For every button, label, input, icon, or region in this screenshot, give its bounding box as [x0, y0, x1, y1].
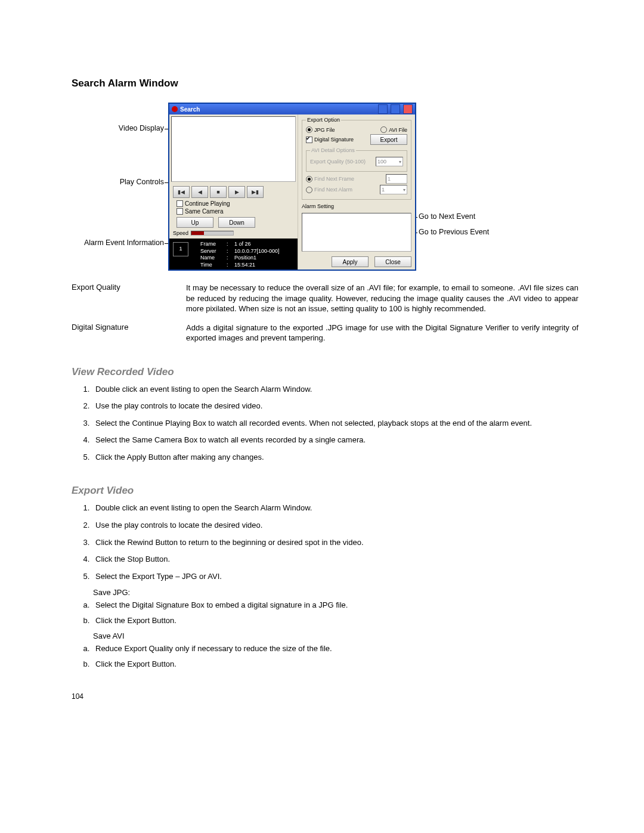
callout-video-display: Video Display [72, 124, 164, 132]
list-item: Reduce Export Quality only if necessary … [92, 644, 578, 653]
find-next-alarm-dropdown[interactable]: 1 [380, 185, 407, 194]
time-value: 15:54:21 [234, 262, 255, 269]
export-quality-desc: It may be necessary to reduce the overal… [186, 283, 578, 314]
jpg-file-radio[interactable]: JPG File [306, 126, 335, 133]
view-recorded-video-heading: View Recorded Video [72, 366, 578, 378]
speed-slider[interactable] [191, 231, 234, 236]
save-avi-steps: Reduce Export Quality only if necessary … [92, 644, 578, 668]
page-number: 104 [72, 692, 578, 701]
list-item: Select the Same Camera Box to watch all … [92, 435, 578, 445]
server-label: Server [200, 248, 224, 255]
export-video-heading: Export Video [72, 485, 578, 497]
callout-go-next: Go to Next Event [419, 212, 475, 221]
video-display [171, 116, 296, 182]
list-item: Select the Continue Playing Box to watch… [92, 418, 578, 429]
find-next-frame-radio[interactable]: Find Next Frame [306, 176, 354, 182]
list-item: Select the Digital Signature Box to embe… [92, 600, 578, 609]
info-time: 15:54:21 [153, 272, 188, 279]
digital-signature-desc: Adds a digital signature to the exported… [186, 323, 578, 343]
list-item: Use the play controls to locate the desi… [92, 401, 578, 411]
save-jpg-steps: Select the Digital Signature Box to embe… [92, 600, 578, 625]
callout-play-controls: Play Controls [72, 178, 164, 186]
minimize-button[interactable] [378, 104, 388, 114]
save-jpg-label: Save JPG: [93, 588, 578, 597]
frame-label: Frame [200, 241, 224, 248]
info-panel: 1 15:54:21 Frame: 1 of 26 Server: 10.0.0… [169, 239, 298, 270]
window-title: Search [180, 106, 375, 113]
play-button[interactable]: ▶ [228, 186, 245, 198]
down-button[interactable]: Down [218, 217, 255, 228]
up-button[interactable]: Up [177, 217, 213, 228]
avi-detail-fieldset: AVI Detail Options Export Quality (50-10… [306, 147, 407, 172]
digital-signature-term: Digital Signature [72, 323, 186, 343]
app-icon [172, 106, 178, 112]
name-value: Position1 [234, 255, 256, 262]
frame-value: 1 of 26 [234, 241, 251, 248]
export-quality-term: Export Quality [72, 283, 186, 314]
export-quality-label: Export Quality (50-100) [310, 159, 366, 165]
export-option-fieldset: Export Option JPG File AVI File Digital … [302, 117, 411, 200]
alarm-setting-label: Alarm Setting [302, 203, 411, 209]
titlebar: Search [169, 104, 415, 114]
export-button[interactable]: Export [370, 134, 407, 145]
save-avi-label: Save AVI [93, 631, 578, 640]
callout-go-prev: Go to Previous Event [419, 228, 489, 236]
list-item: Click the Export Button. [92, 659, 578, 668]
name-label: Name [200, 255, 224, 262]
page-title: Search Alarm Window [72, 78, 578, 89]
find-next-frame-input[interactable]: 1 [386, 174, 407, 184]
server-value: 10.0.0.77[100-000] [234, 248, 280, 255]
continue-playing-checkbox[interactable]: Continue Playing [177, 200, 294, 207]
maximize-button[interactable] [391, 104, 400, 114]
callout-alarm-event-info: Alarm Event Information [72, 239, 164, 247]
close-dialog-button[interactable]: Close [374, 256, 411, 267]
list-item: Click the Export Button. [92, 616, 578, 625]
digital-signature-checkbox[interactable]: Digital Signature [306, 137, 354, 143]
find-next-alarm-radio[interactable]: Find Next Alarm [306, 187, 352, 193]
export-steps: Double click an event listing to open th… [92, 503, 578, 581]
figure: Video Display Play Controls Alarm Event … [72, 100, 578, 271]
close-button[interactable] [403, 104, 413, 114]
list-item: Use the play controls to locate the desi… [92, 520, 578, 531]
rewind-button[interactable]: ◀ [191, 186, 208, 198]
list-item: Double click an event listing to open th… [92, 503, 578, 513]
list-item: Click the Rewind Button to return to the… [92, 537, 578, 548]
export-quality-dropdown[interactable]: 100 [376, 157, 403, 166]
info-thumb: 1 [173, 242, 188, 256]
play-controls: ▮◀ ◀ ■ ▶ ▶▮ Continue Playing Same Camera… [169, 184, 298, 239]
alarm-setting-box [302, 213, 411, 252]
first-button[interactable]: ▮◀ [173, 186, 190, 198]
list-item: Click the Apply Button after making any … [92, 452, 578, 463]
export-option-legend: Export Option [306, 117, 341, 123]
last-button[interactable]: ▶▮ [247, 186, 264, 198]
list-item: Select the Export Type – JPG or AVI. [92, 571, 578, 582]
speed-label: Speed [173, 230, 188, 236]
time-label: Time [200, 262, 224, 269]
list-item: Double click an event listing to open th… [92, 384, 578, 395]
view-steps: Double click an event listing to open th… [92, 384, 578, 463]
avi-detail-legend: AVI Detail Options [310, 147, 356, 153]
stop-button[interactable]: ■ [210, 186, 227, 198]
same-camera-checkbox[interactable]: Same Camera [177, 208, 294, 215]
list-item: Click the Stop Button. [92, 554, 578, 565]
avi-file-radio[interactable]: AVI File [380, 126, 407, 133]
apply-button[interactable]: Apply [332, 256, 369, 267]
search-window: Search ▮◀ ◀ ■ ▶ ▶▮ [168, 103, 416, 271]
